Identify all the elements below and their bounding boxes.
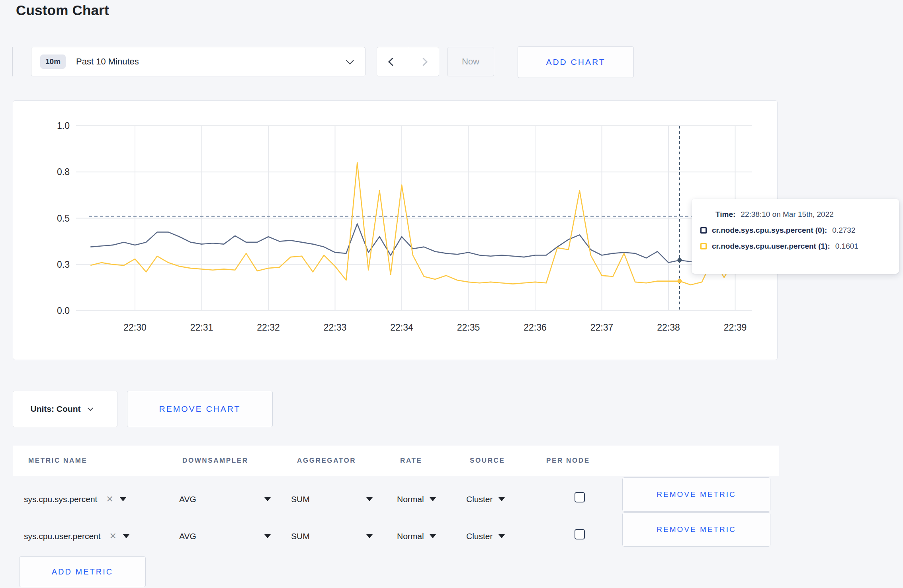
downsampler-select[interactable]: AVG [179,523,271,549]
svg-text:0.3: 0.3 [57,259,70,270]
aggregator-value: SUM [291,495,310,504]
tooltip-series-value: 0.1601 [835,242,858,251]
caret-down-icon [498,534,505,538]
svg-text:22:33: 22:33 [324,322,347,333]
column-header-source: SOURCE [470,446,505,476]
units-label: Units: Count [31,404,81,414]
source-select[interactable]: Cluster [466,523,505,549]
svg-text:22:30: 22:30 [123,322,147,333]
caret-down-icon [264,534,271,538]
chevron-down-icon [346,56,354,64]
downsampler-select[interactable]: AVG [179,486,271,512]
tooltip-series-label: cr.node.sys.cpu.user.percent (1): [712,242,830,251]
svg-text:22:38: 22:38 [657,322,680,333]
svg-text:22:37: 22:37 [590,322,614,333]
column-header-downsampler: DOWNSAMPLER [182,446,248,476]
rate-value: Normal [397,532,424,541]
time-range-select[interactable]: 10m Past 10 Minutes [31,47,366,76]
svg-text:22:36: 22:36 [524,322,547,333]
series-user-swatch-icon [700,243,707,249]
metrics-table-header: METRIC NAME DOWNSAMPLER AGGREGATOR RATE … [13,446,779,476]
column-header-aggregator: AGGREGATOR [297,446,356,476]
caret-down-icon [430,534,436,538]
source-value: Cluster [466,495,493,504]
tooltip-series-value: 0.2732 [832,226,855,235]
time-nav-group [377,47,439,76]
column-header-rate: RATE [400,446,422,476]
add-metric-button[interactable]: ADD METRIC [19,556,146,587]
rate-select[interactable]: Normal [397,523,436,549]
per-node-checkbox[interactable] [575,529,585,539]
next-time-button[interactable] [408,47,439,76]
page-title: Custom Chart [16,2,109,18]
svg-text:22:35: 22:35 [457,322,480,333]
chart-tooltip: Time: 22:38:10 on Mar 15th, 2022 cr.node… [692,199,899,274]
aggregator-select[interactable]: SUM [291,523,373,549]
caret-down-icon [430,497,436,501]
custom-chart-page: Custom Chart 10m Past 10 Minutes Now ADD… [0,0,903,588]
tooltip-series-label: cr.node.sys.cpu.sys.percent (0): [712,226,827,235]
svg-text:0.5: 0.5 [57,213,70,224]
per-node-checkbox[interactable] [575,492,585,502]
prev-time-button[interactable] [377,47,408,76]
metric-name-value: sys.cpu.sys.percent [24,495,97,504]
aggregator-value: SUM [291,532,310,541]
remove-chart-button[interactable]: REMOVE CHART [127,391,273,427]
rate-select[interactable]: Normal [397,486,436,512]
caret-down-icon [264,497,271,501]
svg-text:22:32: 22:32 [257,322,280,333]
caret-down-icon [123,534,129,538]
aggregator-select[interactable]: SUM [291,486,373,512]
rate-value: Normal [397,495,424,504]
clear-icon[interactable]: ✕ [109,531,117,541]
source-value: Cluster [466,532,493,541]
downsampler-value: AVG [179,532,196,541]
units-select[interactable]: Units: Count [13,391,117,427]
remove-metric-button[interactable]: REMOVE METRIC [622,512,770,547]
time-range-badge: 10m [40,55,66,69]
column-header-metric-name: METRIC NAME [28,446,88,476]
time-range-label: Past 10 Minutes [76,56,139,67]
svg-text:22:31: 22:31 [190,322,213,333]
caret-down-icon [366,497,373,501]
caret-down-icon [120,497,126,501]
metric-name-select[interactable]: sys.cpu.sys.percent ✕ [24,486,126,512]
source-select[interactable]: Cluster [466,486,505,512]
remove-metric-button[interactable]: REMOVE METRIC [622,477,770,512]
column-header-per-node: PER NODE [546,446,590,476]
svg-text:0.0: 0.0 [57,306,70,316]
tooltip-time-value: 22:38:10 on Mar 15th, 2022 [741,210,833,219]
caret-down-icon [366,534,373,538]
tooltip-time-label: Time: [715,210,735,219]
add-chart-button[interactable]: ADD CHART [518,46,634,78]
chevron-right-icon [419,57,428,66]
chevron-down-icon [88,405,94,411]
svg-text:0.8: 0.8 [57,167,70,177]
metric-name-value: sys.cpu.user.percent [24,532,101,541]
chart-card: 0.00.30.50.81.022:3022:3122:3222:3322:34… [13,100,778,360]
toolbar-divider [12,47,13,76]
clear-icon[interactable]: ✕ [106,494,113,504]
caret-down-icon [498,497,505,501]
series-sys-swatch-icon [700,227,707,234]
metric-name-select[interactable]: sys.cpu.user.percent ✕ [24,523,129,549]
now-button[interactable]: Now [447,47,494,76]
downsampler-value: AVG [179,495,196,504]
svg-text:22:34: 22:34 [390,322,413,333]
chevron-left-icon [388,57,397,66]
svg-text:1.0: 1.0 [57,121,70,131]
svg-text:22:39: 22:39 [724,322,747,333]
timeseries-chart[interactable]: 0.00.30.50.81.022:3022:3122:3222:3322:34… [13,101,777,360]
